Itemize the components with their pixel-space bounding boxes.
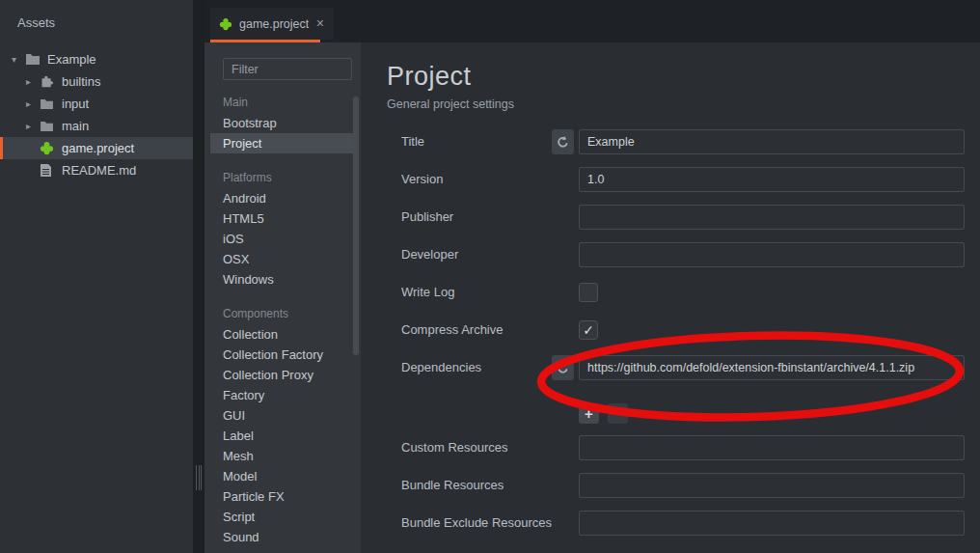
section-item-mesh[interactable]: Mesh (204, 446, 361, 466)
tab-close-icon[interactable]: ✕ (315, 17, 324, 30)
field-label: Bundle Resources (401, 473, 575, 498)
bundle-exclude-resources-input[interactable] (579, 511, 965, 536)
custom-resources-input[interactable] (579, 435, 965, 460)
section-item-ios[interactable]: iOS (204, 229, 361, 249)
checkmark: ✓ (583, 322, 594, 338)
tree-item-input[interactable]: ▸ input (0, 93, 193, 115)
reset-button[interactable] (552, 355, 574, 380)
field-label: Compress Archive (401, 318, 575, 343)
field-label: Version (401, 167, 575, 192)
tree-item-main[interactable]: ▸ main (0, 115, 193, 137)
tree-item-game-project[interactable]: game.project (0, 137, 193, 159)
section-item-collection-proxy[interactable]: Collection Proxy (204, 365, 361, 385)
filter-box (223, 58, 352, 80)
compress-archive-checkbox[interactable]: ✓ (579, 320, 598, 340)
file-icon (40, 163, 56, 179)
tab-label: game.project (239, 17, 309, 31)
section-item-label[interactable]: Label (204, 426, 361, 446)
chevron-right-icon[interactable]: ▸ (26, 121, 40, 131)
tree-item-label: builtins (62, 74, 100, 89)
tree-item-label: input (62, 97, 89, 111)
section-group-header: Components (204, 304, 361, 324)
settings-section-panel: Main Bootstrap Project Platforms Android… (204, 42, 361, 553)
defold-icon (219, 17, 232, 31)
section-list: Main Bootstrap Project Platforms Android… (204, 93, 361, 553)
selection-accent-bar (0, 137, 3, 159)
remove-dependency-button[interactable]: − (608, 403, 628, 424)
publisher-input[interactable] (579, 205, 965, 230)
section-group-header: Platforms (204, 168, 361, 188)
section-item-particle-fx[interactable]: Particle FX (204, 486, 361, 507)
add-dependency-button[interactable]: + (579, 403, 599, 424)
folder-icon (40, 97, 56, 112)
puzzle-icon (40, 74, 56, 90)
tree-item-example[interactable]: ▾ Example (0, 48, 193, 70)
assets-panel: Assets ▾ Example ▸ builtins ▸ input ▸ (0, 0, 193, 553)
developer-input[interactable] (579, 242, 965, 267)
write-log-checkbox[interactable] (579, 283, 598, 302)
chevron-right-icon[interactable]: ▸ (26, 98, 40, 109)
section-item-factory[interactable]: Factory (204, 385, 361, 405)
tree-item-label: main (62, 119, 89, 133)
section-item-windows[interactable]: Windows (204, 269, 361, 290)
section-item-collection-factory[interactable]: Collection Factory (204, 345, 361, 365)
page-subtitle: General project settings (387, 97, 514, 111)
section-item-bootstrap[interactable]: Bootstrap (204, 113, 361, 133)
dependencies-input[interactable] (579, 355, 965, 380)
section-item-gui[interactable]: GUI (204, 405, 361, 426)
chevron-right-icon[interactable]: ▸ (26, 76, 40, 87)
panel-divider (193, 0, 204, 553)
scrollbar-thumb[interactable] (353, 97, 359, 355)
field-label: Title (401, 129, 575, 154)
page-title: Project (387, 62, 472, 92)
version-input[interactable] (579, 167, 965, 192)
assets-panel-title: Assets (17, 15, 55, 30)
panel-splitter[interactable] (196, 465, 202, 490)
section-item-osx[interactable]: OSX (204, 249, 361, 269)
field-label: Custom Resources (401, 435, 575, 460)
section-item-model[interactable]: Model (204, 466, 361, 486)
field-label: Publisher (401, 205, 575, 230)
tab-bar: game.project ✕ (204, 0, 980, 42)
section-item-sprite[interactable]: Sprite (204, 547, 361, 553)
defold-icon (40, 141, 56, 156)
field-label: Dependencies (401, 355, 575, 380)
field-label: Developer (401, 242, 575, 267)
section-item-html5[interactable]: HTML5 (204, 208, 361, 229)
reset-button[interactable] (552, 129, 574, 154)
section-item-collection[interactable]: Collection (204, 324, 361, 345)
tree-item-label: game.project (62, 141, 134, 155)
bundle-resources-input[interactable] (579, 473, 965, 498)
tab-game-project[interactable]: game.project ✕ (210, 8, 334, 40)
folder-icon (25, 52, 41, 68)
folder-icon (40, 119, 56, 134)
filter-input[interactable] (224, 63, 361, 76)
asset-tree: ▾ Example ▸ builtins ▸ input ▸ ma (0, 48, 193, 181)
section-group-header: Main (204, 93, 361, 113)
section-item-android[interactable]: Android (204, 188, 361, 208)
tree-item-readme[interactable]: README.md (0, 159, 193, 181)
tree-item-builtins[interactable]: ▸ builtins (0, 70, 193, 93)
section-item-project[interactable]: Project (210, 133, 353, 153)
undo-icon (556, 135, 570, 150)
tree-item-label: Example (47, 52, 96, 67)
tree-item-label: README.md (62, 163, 136, 178)
editor-area: game.project ✕ Main Bootstrap Project Pl… (204, 0, 980, 553)
title-input[interactable] (579, 129, 965, 154)
chevron-down-icon[interactable]: ▾ (12, 54, 25, 65)
section-item-script[interactable]: Script (204, 507, 361, 527)
section-item-sound[interactable]: Sound (204, 527, 361, 547)
undo-icon (556, 361, 570, 375)
field-label: Bundle Exclude Resources (401, 511, 575, 536)
project-settings-form: Project General project settings Title V… (361, 42, 980, 553)
field-label: Write Log (401, 280, 575, 305)
